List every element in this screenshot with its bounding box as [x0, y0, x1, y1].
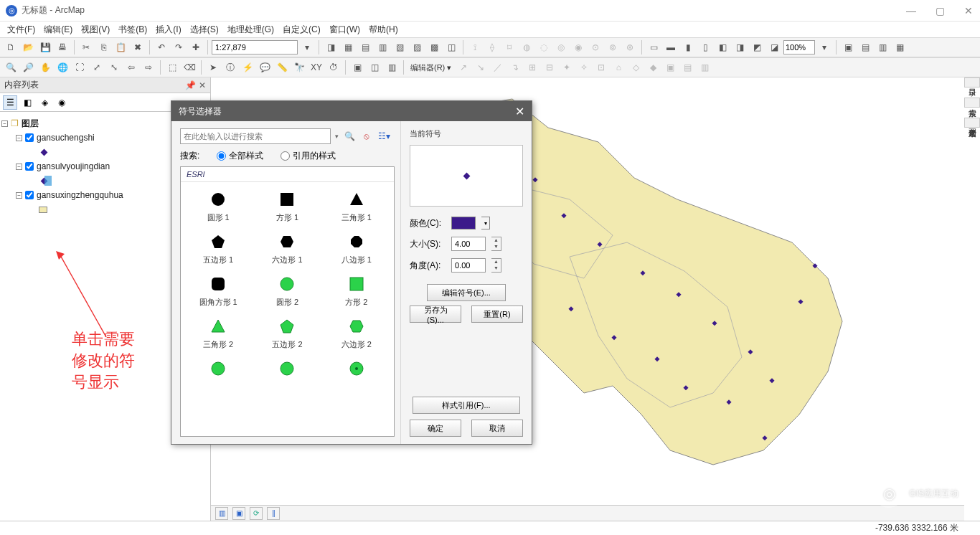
menu-bookmark[interactable]: 书签(B): [116, 22, 150, 37]
symbol-item[interactable]: 三角形 1: [322, 188, 391, 226]
end3-icon[interactable]: ▥: [875, 39, 890, 55]
menu-insert[interactable]: 插入(I): [153, 22, 184, 37]
symbol-item[interactable]: [184, 357, 253, 384]
grp2-g-icon[interactable]: ◩: [749, 39, 765, 55]
symbol-item[interactable]: [253, 357, 321, 384]
reset-button[interactable]: 重置(R): [471, 306, 523, 323]
goto-xy-icon[interactable]: XY: [308, 60, 324, 75]
open-icon[interactable]: 📂: [20, 39, 36, 55]
tool-c-icon[interactable]: ▤: [357, 39, 373, 55]
refresh-icon[interactable]: ⟳: [250, 507, 263, 520]
zoom-input[interactable]: [783, 40, 815, 55]
grp2-a-icon[interactable]: ▭: [646, 39, 661, 55]
radio-all-styles[interactable]: 全部样式: [217, 150, 263, 162]
symbol-item[interactable]: 方形 2: [322, 273, 391, 311]
menu-view[interactable]: 视图(V): [78, 22, 113, 37]
pin-icon[interactable]: 📌: [185, 80, 196, 90]
tool-a-icon[interactable]: ◨: [323, 39, 339, 55]
menu-help[interactable]: 帮助(H): [366, 22, 401, 37]
pause-icon[interactable]: ‖: [267, 507, 280, 520]
maximize-button[interactable]: ▢: [934, 5, 946, 16]
zoom-in-icon[interactable]: 🔍: [3, 60, 19, 75]
symbol-item[interactable]: 五边形 2: [253, 315, 321, 353]
scale-input[interactable]: [212, 40, 298, 55]
tool-d-icon[interactable]: ▥: [374, 39, 390, 55]
grp2-e-icon[interactable]: ◧: [715, 39, 730, 55]
dock-tab-search[interactable]: 搜索: [964, 98, 980, 108]
symbol-search-input[interactable]: [180, 128, 331, 144]
save-icon[interactable]: 💾: [37, 39, 53, 55]
radio-ref-styles[interactable]: 引用的样式: [281, 150, 336, 162]
size-input[interactable]: [451, 237, 486, 251]
end2-icon[interactable]: ▤: [857, 39, 873, 55]
symbol-item[interactable]: 八边形 1: [322, 230, 391, 268]
editor-menu[interactable]: 编辑器(R) ▾: [407, 62, 454, 73]
layer-symbol-2[interactable]: [39, 207, 47, 213]
layer-symbol-0[interactable]: [41, 148, 48, 156]
end4-icon[interactable]: ▦: [892, 39, 908, 55]
window1-icon[interactable]: ▣: [349, 60, 365, 75]
tool-h-icon[interactable]: ◫: [443, 39, 459, 55]
pan-icon[interactable]: ✋: [37, 60, 53, 75]
add-data-icon[interactable]: ✚: [188, 39, 204, 55]
angle-spinner[interactable]: ▲▼: [491, 258, 501, 273]
hyperlink-icon[interactable]: ⚡: [240, 60, 255, 75]
layout-view-tab-icon[interactable]: ▣: [232, 507, 245, 520]
identify-icon[interactable]: ⓘ: [222, 60, 238, 75]
symbol-item[interactable]: 六边形 2: [322, 315, 391, 353]
search-options-icon[interactable]: ☷▾: [377, 130, 390, 143]
search-go-icon[interactable]: 🔍: [343, 130, 356, 143]
tool-b-icon[interactable]: ▦: [340, 39, 356, 55]
window2-icon[interactable]: ◫: [367, 60, 382, 75]
data-view-tab-icon[interactable]: ▥: [215, 507, 228, 520]
menu-edit[interactable]: 编辑(E): [41, 22, 75, 37]
menu-file[interactable]: 文件(F): [4, 22, 38, 37]
style-ref-button[interactable]: 样式引用(F)...: [413, 397, 520, 414]
search-clear-icon[interactable]: ⦸: [360, 130, 373, 143]
menu-window[interactable]: 窗口(W): [326, 22, 363, 37]
fixed-zoomin-icon[interactable]: ⤢: [89, 60, 105, 75]
menu-custom[interactable]: 自定义(C): [280, 22, 324, 37]
tool-g-icon[interactable]: ▩: [426, 39, 442, 55]
collapse-icon[interactable]: −: [16, 192, 22, 199]
scale-dropdown-icon[interactable]: ▾: [299, 39, 315, 55]
full-extent-icon[interactable]: ⛶: [72, 60, 88, 75]
grp2-c-icon[interactable]: ▮: [680, 39, 696, 55]
save-as-button[interactable]: 另存为(S)...: [410, 306, 461, 323]
cancel-button[interactable]: 取消: [471, 420, 523, 437]
prev-extent-icon[interactable]: ⇦: [123, 60, 139, 75]
symbol-item[interactable]: 五边形 1: [184, 230, 253, 268]
toc-tab-vis-icon[interactable]: ◈: [37, 95, 52, 110]
toc-close-icon[interactable]: ✕: [199, 80, 206, 90]
angle-input[interactable]: [451, 258, 486, 273]
size-spinner[interactable]: ▲▼: [491, 237, 501, 251]
print-icon[interactable]: 🖶: [55, 39, 70, 55]
zoom-dropdown-icon[interactable]: ▾: [816, 39, 832, 55]
html-popup-icon[interactable]: 💬: [257, 60, 273, 75]
grp2-f-icon[interactable]: ◨: [732, 39, 748, 55]
layer-name-1[interactable]: gansulvyoujingdian: [37, 161, 110, 171]
new-icon[interactable]: 🗋: [3, 39, 19, 55]
globe-icon[interactable]: 🌐: [55, 60, 70, 75]
symbol-item[interactable]: 三角形 2: [184, 315, 253, 353]
zoom-out-icon[interactable]: 🔎: [20, 60, 36, 75]
end1-icon[interactable]: ▣: [840, 39, 856, 55]
copy-icon[interactable]: ⎘: [95, 39, 111, 55]
symbol-item[interactable]: 圆形 1: [184, 188, 253, 226]
symbol-item[interactable]: 方形 1: [253, 188, 321, 226]
ok-button[interactable]: 确定: [410, 420, 461, 437]
minimize-button[interactable]: —: [905, 5, 917, 16]
grp2-b-icon[interactable]: ▬: [663, 39, 679, 55]
menu-geoproc[interactable]: 地理处理(G): [225, 22, 277, 37]
select-icon[interactable]: ⬚: [164, 60, 180, 75]
layer-check-0[interactable]: [25, 133, 34, 142]
layer-check-1[interactable]: [25, 162, 34, 171]
delete-icon[interactable]: ✖: [130, 39, 146, 55]
collapse-icon[interactable]: −: [16, 164, 22, 170]
tool-e-icon[interactable]: ▧: [392, 39, 407, 55]
grp2-d-icon[interactable]: ▯: [697, 39, 713, 55]
close-button[interactable]: ✕: [963, 5, 974, 16]
dialog-titlebar[interactable]: 符号选择器 ✕: [171, 101, 532, 121]
layer-name-2[interactable]: gansuxingzhengquhua: [37, 190, 123, 200]
toc-tab-sel-icon[interactable]: ◉: [55, 95, 69, 110]
